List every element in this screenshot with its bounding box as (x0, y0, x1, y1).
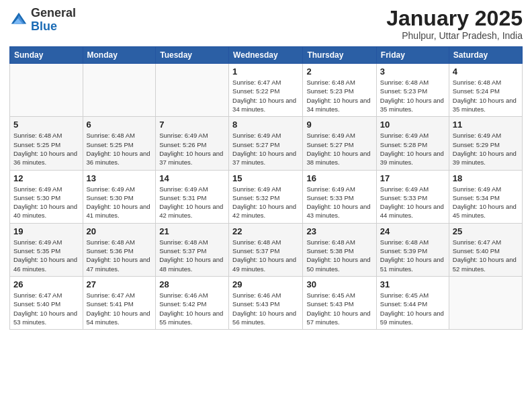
table-row: 27Sunrise: 6:47 AMSunset: 5:41 PMDayligh… (83, 276, 156, 329)
day-number: 19 (13, 226, 79, 236)
calendar-week-row: 12Sunrise: 6:49 AMSunset: 5:30 PMDayligh… (10, 170, 523, 223)
header-wednesday: Wednesday (229, 47, 303, 64)
day-number: 12 (13, 173, 79, 183)
day-info: Sunrise: 6:49 AMSunset: 5:33 PMDaylight:… (306, 185, 372, 220)
table-row: 26Sunrise: 6:47 AMSunset: 5:40 PMDayligh… (10, 276, 83, 329)
table-row: 21Sunrise: 6:48 AMSunset: 5:37 PMDayligh… (156, 223, 229, 276)
day-info: Sunrise: 6:49 AMSunset: 5:30 PMDaylight:… (87, 185, 152, 220)
calendar-header-row: Sunday Monday Tuesday Wednesday Thursday… (10, 47, 523, 64)
table-row: 30Sunrise: 6:45 AMSunset: 5:43 PMDayligh… (303, 276, 376, 329)
table-row: 12Sunrise: 6:49 AMSunset: 5:30 PMDayligh… (10, 170, 83, 223)
table-row: 20Sunrise: 6:48 AMSunset: 5:36 PMDayligh… (83, 223, 156, 276)
table-row: 19Sunrise: 6:49 AMSunset: 5:35 PMDayligh… (10, 223, 83, 276)
day-info: Sunrise: 6:49 AMSunset: 5:26 PMDaylight:… (159, 131, 225, 167)
day-number: 16 (306, 173, 372, 183)
day-info: Sunrise: 6:49 AMSunset: 5:31 PMDaylight:… (159, 185, 225, 220)
table-row (449, 276, 522, 329)
calendar-week-row: 5Sunrise: 6:48 AMSunset: 5:25 PMDaylight… (10, 117, 523, 170)
day-number: 20 (87, 226, 152, 236)
day-number: 24 (380, 226, 445, 236)
title-block: January 2025 Phulpur, Uttar Pradesh, Ind… (386, 7, 523, 41)
day-info: Sunrise: 6:49 AMSunset: 5:33 PMDaylight:… (380, 185, 445, 220)
table-row: 10Sunrise: 6:49 AMSunset: 5:28 PMDayligh… (376, 117, 449, 170)
day-number: 3 (380, 66, 445, 77)
table-row: 24Sunrise: 6:48 AMSunset: 5:39 PMDayligh… (376, 223, 449, 276)
day-number: 26 (13, 279, 79, 289)
calendar-title: January 2025 (386, 7, 523, 30)
day-info: Sunrise: 6:49 AMSunset: 5:27 PMDaylight:… (232, 131, 299, 167)
logo-icon (9, 11, 28, 30)
day-info: Sunrise: 6:47 AMSunset: 5:22 PMDaylight:… (232, 78, 299, 113)
day-number: 13 (87, 173, 152, 183)
day-info: Sunrise: 6:49 AMSunset: 5:28 PMDaylight:… (380, 131, 445, 167)
header-thursday: Thursday (303, 47, 376, 64)
day-info: Sunrise: 6:48 AMSunset: 5:37 PMDaylight:… (159, 238, 225, 273)
calendar-table: Sunday Monday Tuesday Wednesday Thursday… (9, 46, 523, 330)
day-info: Sunrise: 6:46 AMSunset: 5:42 PMDaylight:… (159, 291, 225, 326)
header-monday: Monday (83, 47, 156, 64)
table-row: 8Sunrise: 6:49 AMSunset: 5:27 PMDaylight… (229, 117, 303, 170)
header-tuesday: Tuesday (156, 47, 229, 64)
day-info: Sunrise: 6:47 AMSunset: 5:40 PMDaylight:… (13, 291, 79, 326)
day-number: 27 (87, 279, 152, 289)
logo: General Blue (9, 7, 76, 34)
table-row: 9Sunrise: 6:49 AMSunset: 5:27 PMDaylight… (303, 117, 376, 170)
table-row: 6Sunrise: 6:48 AMSunset: 5:25 PMDaylight… (83, 117, 156, 170)
day-number: 7 (159, 120, 225, 130)
day-info: Sunrise: 6:48 AMSunset: 5:25 PMDaylight:… (87, 131, 152, 167)
day-number: 5 (13, 120, 79, 130)
day-number: 21 (159, 226, 225, 236)
header-friday: Friday (376, 47, 449, 64)
day-number: 8 (232, 120, 299, 130)
day-number: 28 (159, 279, 225, 289)
day-number: 30 (306, 279, 372, 289)
day-info: Sunrise: 6:48 AMSunset: 5:38 PMDaylight:… (306, 238, 372, 273)
day-info: Sunrise: 6:45 AMSunset: 5:43 PMDaylight:… (306, 291, 372, 326)
day-number: 31 (380, 279, 445, 289)
table-row: 31Sunrise: 6:45 AMSunset: 5:44 PMDayligh… (376, 276, 449, 329)
table-row: 14Sunrise: 6:49 AMSunset: 5:31 PMDayligh… (156, 170, 229, 223)
day-info: Sunrise: 6:48 AMSunset: 5:36 PMDaylight:… (87, 238, 152, 273)
day-info: Sunrise: 6:45 AMSunset: 5:44 PMDaylight:… (380, 291, 445, 326)
table-row: 15Sunrise: 6:49 AMSunset: 5:32 PMDayligh… (229, 170, 303, 223)
day-info: Sunrise: 6:48 AMSunset: 5:23 PMDaylight:… (306, 78, 372, 113)
table-row: 18Sunrise: 6:49 AMSunset: 5:34 PMDayligh… (449, 170, 522, 223)
table-row (156, 64, 229, 117)
calendar-location: Phulpur, Uttar Pradesh, India (386, 30, 523, 41)
page: General Blue January 2025 Phulpur, Uttar… (0, 0, 532, 411)
header-sunday: Sunday (10, 47, 83, 64)
day-info: Sunrise: 6:49 AMSunset: 5:30 PMDaylight:… (13, 185, 79, 220)
calendar-week-row: 26Sunrise: 6:47 AMSunset: 5:40 PMDayligh… (10, 276, 523, 329)
table-row: 29Sunrise: 6:46 AMSunset: 5:43 PMDayligh… (229, 276, 303, 329)
table-row: 2Sunrise: 6:48 AMSunset: 5:23 PMDaylight… (303, 64, 376, 117)
day-info: Sunrise: 6:48 AMSunset: 5:25 PMDaylight:… (13, 131, 79, 167)
day-info: Sunrise: 6:49 AMSunset: 5:29 PMDaylight:… (453, 131, 519, 167)
table-row: 17Sunrise: 6:49 AMSunset: 5:33 PMDayligh… (376, 170, 449, 223)
day-number: 18 (453, 173, 519, 183)
day-number: 9 (306, 120, 372, 130)
table-row: 25Sunrise: 6:47 AMSunset: 5:40 PMDayligh… (449, 223, 522, 276)
day-number: 15 (232, 173, 299, 183)
day-info: Sunrise: 6:49 AMSunset: 5:34 PMDaylight:… (453, 185, 519, 220)
day-number: 4 (453, 66, 519, 77)
day-info: Sunrise: 6:47 AMSunset: 5:41 PMDaylight:… (87, 291, 152, 326)
table-row (83, 64, 156, 117)
logo-general: General (31, 6, 76, 19)
header-saturday: Saturday (449, 47, 522, 64)
day-number: 14 (159, 173, 225, 183)
day-info: Sunrise: 6:46 AMSunset: 5:43 PMDaylight:… (232, 291, 299, 326)
day-info: Sunrise: 6:49 AMSunset: 5:35 PMDaylight:… (13, 238, 79, 273)
day-number: 29 (232, 279, 299, 289)
day-info: Sunrise: 6:47 AMSunset: 5:40 PMDaylight:… (453, 238, 519, 273)
table-row: 1Sunrise: 6:47 AMSunset: 5:22 PMDaylight… (229, 64, 303, 117)
day-number: 23 (306, 226, 372, 236)
day-number: 25 (453, 226, 519, 236)
day-info: Sunrise: 6:48 AMSunset: 5:37 PMDaylight:… (232, 238, 299, 273)
calendar-week-row: 19Sunrise: 6:49 AMSunset: 5:35 PMDayligh… (10, 223, 523, 276)
table-row: 23Sunrise: 6:48 AMSunset: 5:38 PMDayligh… (303, 223, 376, 276)
day-number: 6 (87, 120, 152, 130)
day-info: Sunrise: 6:49 AMSunset: 5:27 PMDaylight:… (306, 131, 372, 167)
table-row: 5Sunrise: 6:48 AMSunset: 5:25 PMDaylight… (10, 117, 83, 170)
day-number: 1 (232, 66, 299, 77)
table-row: 4Sunrise: 6:48 AMSunset: 5:24 PMDaylight… (449, 64, 522, 117)
